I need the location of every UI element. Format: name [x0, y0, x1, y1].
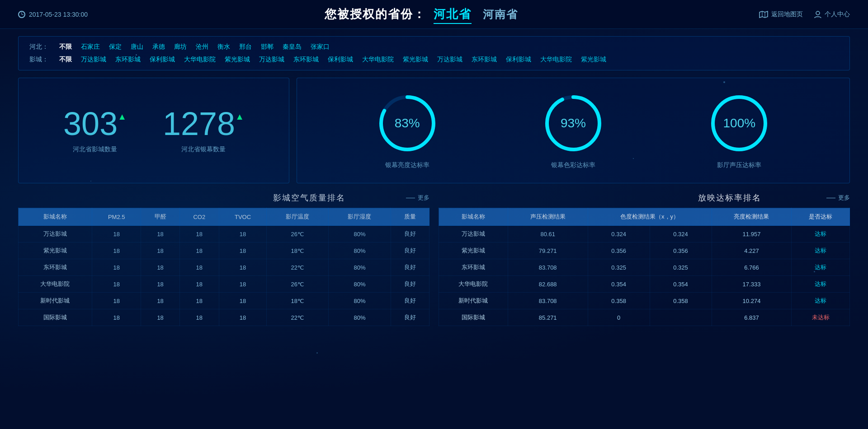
- col-sound: 声压检测结果: [508, 208, 588, 226]
- cell-ch2o: 18: [141, 309, 179, 326]
- cell-cinema-name: 大华电影院: [19, 276, 92, 293]
- cell-co2: 18: [179, 226, 219, 242]
- filter-region-item-1[interactable]: 石家庄: [81, 43, 100, 51]
- filter-cinema-item-2[interactable]: 东环影城: [115, 56, 141, 64]
- cell-cinema-name: 新时代影城: [19, 293, 92, 309]
- cell-quality: 良好: [391, 242, 429, 259]
- cell-pm25: 18: [92, 293, 141, 309]
- cell-quality: 良好: [391, 259, 429, 276]
- filter-region-item-5[interactable]: 廊坊: [174, 43, 187, 51]
- compliance-more[interactable]: 更多: [826, 194, 850, 202]
- table-row: 紫光影城 79.271 0.356 0.356 4.227 达标: [439, 242, 850, 259]
- filter-cinema-item-8[interactable]: 保利影城: [328, 56, 353, 64]
- col-color-x: 色度检测结果（x，y）: [588, 208, 712, 226]
- cell-brightness: 4.227: [712, 242, 792, 259]
- filter-region-item-8[interactable]: 邢台: [239, 43, 252, 51]
- filter-cinema-item-9[interactable]: 大华电影院: [362, 56, 394, 64]
- cell-color-y: [650, 309, 712, 326]
- filter-region-item-9[interactable]: 邯郸: [261, 43, 274, 51]
- cell-color-x: 0: [588, 309, 650, 326]
- cell-status: 未达标: [792, 309, 850, 326]
- filter-cinema-item-6[interactable]: 万达影城: [259, 56, 284, 64]
- filter-cinema-item-3[interactable]: 保利影城: [150, 56, 175, 64]
- filter-cinema-item-14[interactable]: 大华电影院: [540, 56, 572, 64]
- map-icon: [759, 10, 769, 19]
- sound-label: 影厅声压达标率: [717, 161, 761, 169]
- compliance-panel: 放映达标率排名 更多 影城名称 声压检测结果 色度检测结果（x，y） 亮度检测结…: [439, 192, 850, 326]
- map-link-label: 返回地图页: [771, 10, 803, 19]
- screen-count-number: 1278 ▲: [163, 107, 244, 140]
- cell-color-y: 0.325: [650, 259, 712, 276]
- air-quality-table-header: 影城名称 PM2.5 甲醛 CO2 TVOC 影厅温度 影厅湿度 质量: [19, 208, 429, 226]
- table-row: 大华电影院 82.688 0.354 0.354 17.333 达标: [439, 276, 850, 293]
- air-quality-more[interactable]: 更多: [406, 194, 429, 202]
- filter-region-item-0[interactable]: 不限: [59, 43, 72, 51]
- user-nav-item[interactable]: 个人中心: [814, 10, 850, 19]
- cell-temp: 22℃: [267, 259, 329, 276]
- cell-tvoc: 18: [219, 242, 267, 259]
- cinema-count-stat: 303 ▲ 河北省影城数量: [63, 107, 127, 154]
- clock-icon: [18, 11, 25, 18]
- filter-cinema-item-7[interactable]: 东环影城: [293, 56, 319, 64]
- col-pm25: PM2.5: [92, 208, 141, 226]
- cell-status: 达标: [792, 242, 850, 259]
- cell-status: 达标: [792, 226, 850, 242]
- header-center: 您被授权的省份： 河北省 河南省: [325, 6, 522, 22]
- cell-cinema-name: 东环影城: [439, 259, 508, 276]
- brightness-circle: 83%: [376, 92, 439, 155]
- filter-row-region: 河北： 不限 石家庄 保定 唐山 承德 廊坊 沧州 衡水 邢台 邯郸 秦皇岛 张…: [29, 43, 839, 51]
- cell-temp: 26℃: [267, 226, 329, 242]
- cell-color-x: 0.324: [588, 226, 650, 242]
- filter-bar: 河北： 不限 石家庄 保定 唐山 承德 廊坊 沧州 衡水 邢台 邯郸 秦皇岛 张…: [18, 36, 850, 70]
- cell-status: 达标: [792, 276, 850, 293]
- cell-temp: 26℃: [267, 276, 329, 293]
- filter-cinema-item-1[interactable]: 万达影城: [81, 56, 106, 64]
- screen-count-label: 河北省银幕数量: [163, 145, 244, 154]
- cell-status: 达标: [792, 259, 850, 276]
- cell-temp: 18℃: [267, 242, 329, 259]
- color-label: 银幕色彩达标率: [551, 161, 595, 169]
- cell-cinema-name: 万达影城: [19, 226, 92, 242]
- cell-color-x: 0.356: [588, 242, 650, 259]
- cell-pm25: 18: [92, 242, 141, 259]
- table-row: 国际影城 18 18 18 18 22℃ 80% 良好: [19, 309, 429, 326]
- cell-humidity: 80%: [329, 276, 391, 293]
- filter-region-item-3[interactable]: 唐山: [131, 43, 143, 51]
- cell-color-y: 0.358: [650, 293, 712, 309]
- filter-cinema-item-10[interactable]: 紫光影城: [403, 56, 428, 64]
- filter-cinema-item-13[interactable]: 保利影城: [506, 56, 531, 64]
- filter-region-item-10[interactable]: 秦皇岛: [283, 43, 302, 51]
- province-henan[interactable]: 河南省: [483, 7, 518, 22]
- filter-cinema-item-5[interactable]: 紫光影城: [225, 56, 250, 64]
- province-hebei[interactable]: 河北省: [434, 6, 472, 22]
- filter-cinema-item-0[interactable]: 不限: [59, 56, 72, 64]
- table-row: 大华电影院 18 18 18 18 26℃ 80% 良好: [19, 276, 429, 293]
- color-stat: 93% 银幕色彩达标率: [542, 92, 605, 169]
- cell-cinema-name: 紫光影城: [19, 242, 92, 259]
- cell-brightness: 10.274: [712, 293, 792, 309]
- cell-brightness: 11.957: [712, 226, 792, 242]
- filter-region-item-11[interactable]: 张家口: [311, 43, 330, 51]
- header-right: 返回地图页 个人中心: [759, 10, 850, 19]
- table-row: 国际影城 85.271 0 6.837 未达标: [439, 309, 850, 326]
- filter-region-item-6[interactable]: 沧州: [196, 43, 208, 51]
- cell-humidity: 80%: [329, 309, 391, 326]
- header-left: 2017-05-23 13:30:00: [18, 11, 88, 18]
- filter-cinema-item-12[interactable]: 东环影城: [472, 56, 497, 64]
- col-cinema-name-c: 影城名称: [439, 208, 508, 226]
- filter-region-item-4[interactable]: 承德: [152, 43, 165, 51]
- filter-region-item-7[interactable]: 衡水: [217, 43, 230, 51]
- filter-cinema-item-11[interactable]: 万达影城: [437, 56, 462, 64]
- cell-status: 达标: [792, 293, 850, 309]
- cell-quality: 良好: [391, 309, 429, 326]
- filter-cinema-item-15[interactable]: 紫光影城: [581, 56, 606, 64]
- air-quality-title: 影城空气质量排名: [212, 192, 406, 203]
- filter-region-items: 不限 石家庄 保定 唐山 承德 廊坊 沧州 衡水 邢台 邯郸 秦皇岛 张家口: [59, 43, 330, 51]
- cell-sound: 83.708: [508, 259, 588, 276]
- filter-region-item-2[interactable]: 保定: [109, 43, 122, 51]
- svg-point-2: [816, 11, 820, 15]
- table-row: 东环影城 83.708 0.325 0.325 6.766 达标: [439, 259, 850, 276]
- cinema-trend-icon: ▲: [118, 112, 127, 121]
- map-nav-item[interactable]: 返回地图页: [759, 10, 803, 19]
- filter-cinema-item-4[interactable]: 大华电影院: [184, 56, 216, 64]
